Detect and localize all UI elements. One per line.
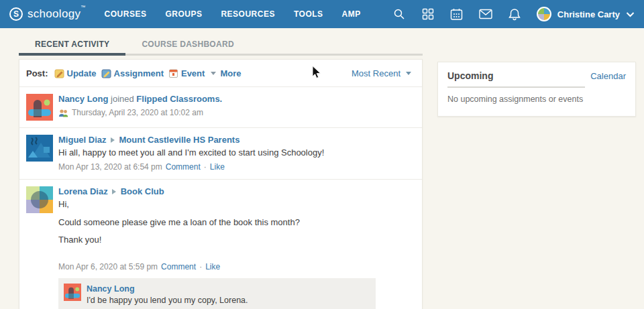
- calendar-icon[interactable]: [450, 7, 464, 21]
- post-more-button[interactable]: More: [209, 68, 241, 78]
- main-menu: COURSES GROUPS RESOURCES TOOLS AMP: [105, 9, 361, 19]
- search-icon[interactable]: [392, 7, 406, 21]
- group-link[interactable]: Flipped Classrooms.: [136, 94, 222, 104]
- post-assignment-button[interactable]: Assignment: [101, 68, 164, 78]
- navbar-right: Christine Carty: [392, 7, 635, 21]
- timestamp: Mon Apr 13, 2020 at 6:54 pm: [58, 162, 162, 172]
- post-meta: Mon Apr 6, 2020 at 5:59 pm Comment · Lik…: [58, 262, 413, 272]
- timestamp: Thursday, April 23, 2020 at 10:02 am: [72, 108, 203, 118]
- feed-item-body: Miguel DiazMount Castleville HS Parents …: [58, 135, 413, 173]
- sort-dropdown[interactable]: Most Recent: [352, 68, 413, 78]
- app-grid-icon[interactable]: [421, 7, 435, 21]
- menu-item-courses[interactable]: COURSES: [105, 9, 147, 19]
- feed-item-post: Miguel DiazMount Castleville HS Parents …: [19, 127, 422, 180]
- avatar-lorena-diaz[interactable]: [26, 186, 53, 213]
- feed-item-body: Nancy Long joined Flipped Classrooms. Th…: [58, 94, 413, 121]
- byline: Lorena DiazBook Club: [58, 186, 413, 197]
- joined-meta: Thursday, April 23, 2020 at 10:02 am: [58, 108, 413, 118]
- post-text-line: Could someone please give me a loan of t…: [58, 217, 413, 228]
- byline: Nancy Long joined Flipped Classrooms.: [58, 94, 413, 105]
- feed-item-body: Lorena DiazBook Club Hi, Could someone p…: [58, 186, 413, 309]
- like-link[interactable]: Like: [210, 162, 225, 172]
- post-text: Hi all, happy to meet you all and I'm ex…: [58, 147, 413, 158]
- menu-item-tools[interactable]: TOOLS: [294, 9, 323, 19]
- arrow-right-icon: [112, 189, 116, 194]
- author-link[interactable]: Miguel Diaz: [58, 135, 107, 145]
- dot-separator: ·: [204, 162, 207, 172]
- group-members-icon: [58, 109, 68, 117]
- tab-course-dashboard[interactable]: COURSE DASHBOARD: [125, 36, 250, 56]
- avatar-miguel-diaz[interactable]: [26, 135, 53, 162]
- tab-recent-activity[interactable]: RECENT ACTIVITY: [19, 36, 125, 56]
- feed-item-joined: Nancy Long joined Flipped Classrooms. Th…: [19, 86, 422, 127]
- caret-down-icon: [406, 72, 411, 75]
- comment-thread: Nancy Long I'd be happy you lend you my …: [58, 278, 376, 309]
- comment-text: I'd be happy you lend you my copy, Loren…: [87, 295, 248, 306]
- upcoming-card: Upcoming Calendar No upcoming assignment…: [437, 62, 636, 117]
- page-tabs: RECENT ACTIVITY COURSE DASHBOARD: [19, 36, 423, 56]
- notifications-icon[interactable]: [508, 7, 521, 21]
- content-area: Post: Update Assignment Event More: [19, 59, 644, 309]
- comment-link[interactable]: Comment: [166, 162, 201, 172]
- post-update-button[interactable]: Update: [54, 68, 97, 78]
- update-icon: [54, 68, 64, 78]
- chevron-down-icon: [626, 11, 635, 17]
- post-event-button[interactable]: Event: [168, 68, 205, 78]
- upcoming-empty-message: No upcoming assignments or events: [447, 95, 626, 104]
- user-menu[interactable]: Christine Carty: [537, 7, 635, 21]
- menu-item-amp[interactable]: AMP: [342, 9, 361, 19]
- comment: Nancy Long I'd be happy you lend you my …: [64, 284, 370, 309]
- group-link[interactable]: Mount Castleville HS Parents: [119, 135, 240, 145]
- right-sidebar: Upcoming Calendar No upcoming assignment…: [437, 59, 636, 117]
- menu-item-groups[interactable]: GROUPS: [165, 9, 202, 19]
- comment-body: Nancy Long I'd be happy you lend you my …: [87, 284, 248, 309]
- author-link[interactable]: Lorena Diaz: [58, 186, 108, 196]
- feed-item-post: Lorena DiazBook Club Hi, Could someone p…: [19, 179, 422, 309]
- comment-link[interactable]: Comment: [161, 262, 196, 272]
- calendar-link[interactable]: Calendar: [590, 70, 626, 81]
- messages-icon[interactable]: [479, 7, 492, 21]
- assignment-icon: [101, 68, 111, 78]
- menu-item-resources[interactable]: RESOURCES: [221, 9, 275, 19]
- upcoming-title: Upcoming: [447, 70, 585, 88]
- avatar-nancy-long[interactable]: [64, 284, 81, 301]
- post-label: Post:: [26, 68, 48, 78]
- group-link[interactable]: Book Club: [121, 186, 164, 196]
- byline: Miguel DiazMount Castleville HS Parents: [58, 135, 413, 145]
- trademark: ™: [80, 5, 85, 9]
- schoology-logo[interactable]: S schoology™: [9, 7, 86, 21]
- top-navbar: S schoology™ COURSES GROUPS RESOURCES TO…: [0, 0, 644, 28]
- post-text-line: Hi,: [58, 199, 413, 210]
- arrow-right-icon: [111, 137, 115, 143]
- avatar-nancy-long[interactable]: [26, 94, 53, 121]
- like-link[interactable]: Like: [205, 262, 220, 272]
- caret-down-icon: [211, 72, 216, 75]
- post-meta: Mon Apr 13, 2020 at 6:54 pm Comment · Li…: [58, 162, 413, 172]
- dot-separator: ·: [199, 262, 202, 272]
- timestamp: Mon Apr 6, 2020 at 5:59 pm: [58, 262, 158, 272]
- comment-author-link[interactable]: Nancy Long: [87, 284, 248, 294]
- activity-feed-card: Post: Update Assignment Event More: [19, 59, 423, 309]
- author-link[interactable]: Nancy Long: [58, 94, 108, 104]
- brand-name: schoology™: [28, 7, 86, 21]
- post-text-line: Thank you!: [58, 235, 413, 245]
- upcoming-header: Upcoming Calendar: [447, 70, 626, 88]
- event-icon: [168, 68, 178, 78]
- user-avatar: [537, 7, 551, 21]
- schoology-s-icon: S: [9, 7, 23, 21]
- post-toolbar: Post: Update Assignment Event More: [19, 60, 422, 86]
- joined-verb: joined: [111, 94, 134, 104]
- user-name: Christine Carty: [557, 9, 620, 19]
- schoology-app: S schoology™ COURSES GROUPS RESOURCES TO…: [0, 0, 644, 309]
